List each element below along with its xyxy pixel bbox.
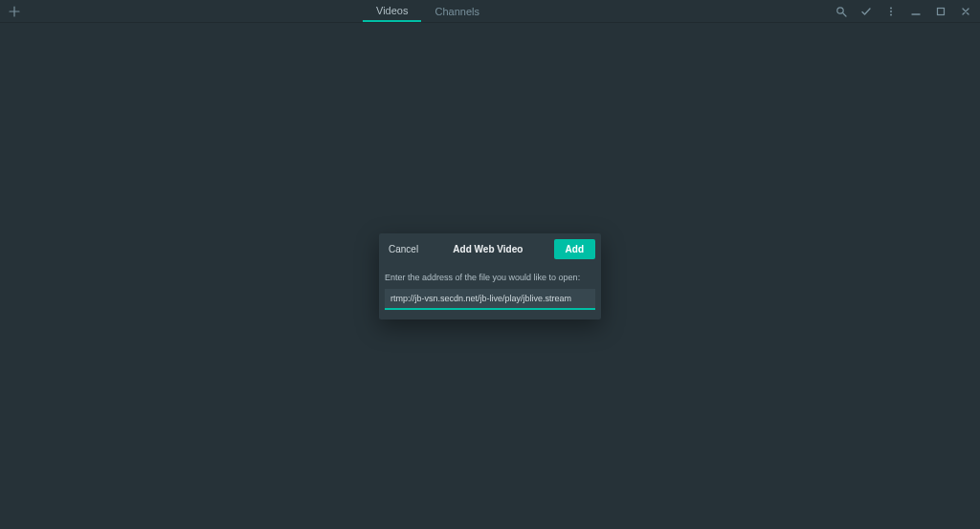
- dialog-header: Cancel Add Web Video Add: [379, 233, 601, 265]
- tab-channels[interactable]: Channels: [421, 0, 492, 22]
- dialog-overlay: Cancel Add Web Video Add Enter the addre…: [0, 23, 980, 529]
- check-icon[interactable]: [859, 5, 873, 18]
- more-icon[interactable]: [884, 5, 898, 18]
- tab-label: Channels: [434, 6, 479, 17]
- maximize-icon[interactable]: [934, 5, 947, 18]
- tabs: Videos Channels: [21, 0, 835, 22]
- add-button[interactable]: Add: [554, 239, 595, 259]
- add-web-video-dialog: Cancel Add Web Video Add Enter the addre…: [379, 233, 601, 320]
- url-input[interactable]: [385, 289, 595, 310]
- svg-point-3: [890, 13, 892, 15]
- content-area: Cancel Add Web Video Add Enter the addre…: [0, 23, 980, 529]
- add-icon[interactable]: [8, 5, 21, 18]
- topbar: Videos Channels: [0, 0, 980, 23]
- svg-point-1: [890, 7, 892, 9]
- cancel-button[interactable]: Cancel: [385, 240, 422, 258]
- tab-label: Videos: [376, 5, 408, 16]
- svg-point-2: [890, 11, 892, 12]
- dialog-title: Add Web Video: [428, 244, 547, 254]
- topbar-right: [835, 5, 972, 18]
- svg-rect-4: [938, 8, 945, 14]
- svg-point-0: [837, 7, 843, 12]
- search-icon[interactable]: [835, 5, 848, 18]
- dialog-body: Enter the address of the file you would …: [379, 265, 601, 320]
- tab-videos[interactable]: Videos: [363, 0, 421, 22]
- dialog-prompt: Enter the address of the file you would …: [385, 273, 595, 282]
- minimize-icon[interactable]: [909, 5, 923, 18]
- topbar-left: [8, 5, 21, 18]
- close-icon[interactable]: [959, 5, 972, 18]
